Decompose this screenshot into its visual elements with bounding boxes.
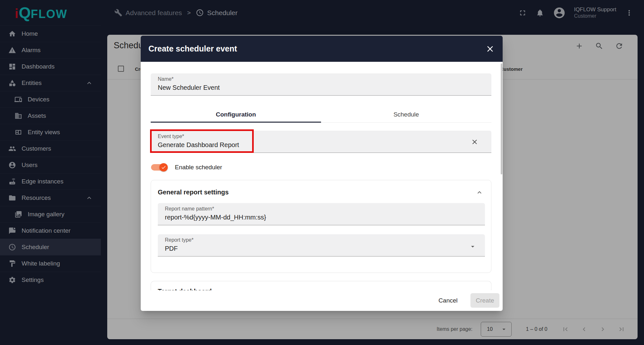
cancel-button[interactable]: Cancel (434, 294, 462, 307)
create-scheduler-event-dialog: Create scheduler event Name* New Schedul… (141, 36, 503, 311)
dialog-footer: Cancel Create (434, 293, 499, 308)
event-type-label: Event type* (158, 134, 184, 139)
report-type-select[interactable]: Report type* PDF (158, 234, 485, 256)
check-icon (161, 165, 166, 170)
target-dashboard-card-clipped: Target dashboard (151, 281, 491, 290)
general-report-settings-card: General report settings Report name patt… (151, 180, 491, 273)
name-field[interactable]: Name* New Scheduler Event (151, 73, 491, 96)
event-type-value: Generate Dashboard Report (158, 141, 239, 149)
report-name-pattern-value: report-%d{yyyy-MM-dd_HH:mm:ss} (165, 214, 266, 221)
active-tab-indicator (151, 122, 321, 123)
dialog-scrollbar[interactable] (501, 63, 502, 174)
dropdown-arrow-icon (469, 243, 477, 250)
collapse-chevron-up-icon[interactable] (476, 189, 483, 196)
clear-icon[interactable] (471, 138, 478, 146)
close-icon[interactable] (485, 44, 495, 54)
enable-scheduler-toggle[interactable] (151, 163, 168, 172)
enable-scheduler-label: Enable scheduler (175, 164, 222, 171)
report-name-pattern-field[interactable]: Report name pattern* report-%d{yyyy-MM-d… (158, 203, 485, 225)
toggle-thumb (159, 163, 168, 172)
dialog-tabs: Configuration Schedule (151, 106, 491, 123)
enable-scheduler-row: Enable scheduler (151, 163, 222, 172)
tab-schedule[interactable]: Schedule (321, 106, 491, 123)
section-heading: General report settings (158, 189, 229, 196)
clipped-section-heading: Target dashboard (158, 288, 212, 290)
report-type-label: Report type* (165, 237, 194, 243)
dialog-header: Create scheduler event (141, 36, 503, 62)
dialog-title: Create scheduler event (148, 44, 237, 53)
tab-configuration[interactable]: Configuration (151, 106, 321, 123)
report-name-pattern-label: Report name pattern* (165, 206, 214, 212)
name-field-value: New Scheduler Event (158, 84, 220, 91)
event-type-field[interactable]: Event type* Generate Dashboard Report (151, 131, 491, 153)
create-button[interactable]: Create (470, 293, 499, 308)
app-root: i Q FLOW Advanced features > Scheduler (0, 0, 644, 345)
report-type-value: PDF (165, 245, 178, 252)
name-field-label: Name* (158, 76, 174, 82)
